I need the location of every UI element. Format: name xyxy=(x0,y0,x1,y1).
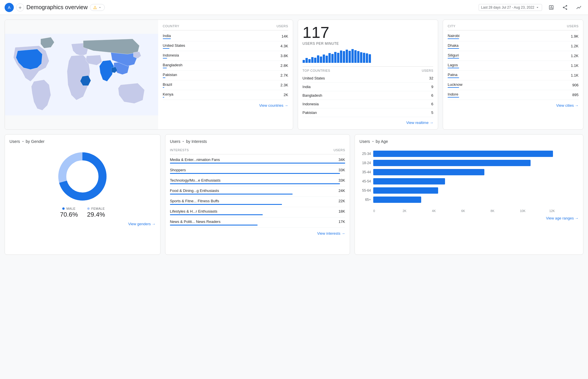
table-row[interactable]: India 14K xyxy=(163,32,288,41)
gender-donut xyxy=(9,151,156,202)
age-card: Users by Age 25-34 18-24 35-44 45-54 55-… xyxy=(355,134,583,255)
header-left: A ＋ Demographics overview xyxy=(5,3,479,12)
mini-bar xyxy=(303,60,305,63)
mini-bar xyxy=(334,52,336,63)
app-header: A ＋ Demographics overview Last 28 days J… xyxy=(0,0,588,15)
report-icon xyxy=(548,5,554,10)
date-range-selector[interactable]: Last 28 days Jul 27 - Aug 23, 2022 xyxy=(479,4,542,11)
table-row[interactable]: Pakistan 2.7K xyxy=(163,71,288,80)
table-row[interactable]: Pakistan 5 xyxy=(303,108,434,117)
axis-label: 2K xyxy=(403,209,432,213)
city-card: CITY USERS Nairobi 1.9K Dhaka 1.2K Silig… xyxy=(443,20,583,130)
bar-indicator xyxy=(163,38,171,39)
table-row[interactable]: India 9 xyxy=(303,83,434,91)
view-genders-link[interactable]: View genders → xyxy=(9,222,156,226)
table-row[interactable]: Bangladesh 2.8K xyxy=(163,61,288,71)
trend-button[interactable] xyxy=(574,3,583,12)
share-button[interactable] xyxy=(560,3,570,12)
axis-label: 0 xyxy=(373,209,403,213)
bar-indicator xyxy=(170,173,340,174)
add-button[interactable]: ＋ xyxy=(16,3,24,11)
view-countries-link[interactable]: View countries → xyxy=(163,103,288,108)
bar-indicator xyxy=(170,225,258,226)
mini-bar xyxy=(337,53,339,63)
table-row[interactable]: Kenya 2K xyxy=(163,90,288,100)
list-item[interactable]: Lifestyles & H...r Enthusiasts 18K xyxy=(170,207,345,217)
mini-bar xyxy=(308,59,311,63)
top-row: COUNTRY USERS India 14K United States 4.… xyxy=(5,20,583,130)
user-avatar[interactable]: A xyxy=(5,3,14,12)
list-item[interactable]: Food & Dining...g Enthusiasts 24K xyxy=(170,186,345,197)
view-realtime-link[interactable]: View realtime → xyxy=(303,120,434,125)
view-cities-link[interactable]: View cities → xyxy=(448,103,579,108)
list-item[interactable]: Sports & Fitne... Fitness Buffs 22K xyxy=(170,197,345,207)
mini-bar xyxy=(351,49,354,63)
bar-indicator xyxy=(170,204,282,205)
gender-legend: MALE 70.6% FEMALE 29.4% xyxy=(9,207,156,218)
gender-card: Users by Gender MALE xyxy=(5,134,160,255)
axis-label: 10K xyxy=(520,209,549,213)
mini-bar xyxy=(340,50,342,63)
main-content: COUNTRY USERS India 14K United States 4.… xyxy=(0,15,588,259)
mini-bar xyxy=(354,50,357,63)
report-button[interactable] xyxy=(547,3,556,12)
mini-bar xyxy=(360,52,362,63)
mini-bar xyxy=(320,57,322,63)
table-row[interactable]: Brazil 2.3K xyxy=(163,80,288,90)
header-right: Last 28 days Jul 27 - Aug 23, 2022 xyxy=(479,3,583,12)
table-row[interactable]: United States 32 xyxy=(303,74,434,83)
bar-indicator xyxy=(163,58,167,59)
female-percentage: 29.4% xyxy=(87,211,105,218)
list-item[interactable]: Shoppers 33K xyxy=(170,166,345,176)
mini-bar xyxy=(323,55,325,63)
table-row[interactable]: Siliguri 1.2K xyxy=(448,51,579,61)
age-row: 18-24 xyxy=(359,160,579,166)
dropdown-icon xyxy=(181,140,185,143)
table-row[interactable]: Dhaka 1.2K xyxy=(448,41,579,51)
table-row[interactable]: Indonesia 6 xyxy=(303,100,434,108)
axis-label: 12K xyxy=(549,209,579,213)
axis-label: 8K xyxy=(491,209,520,213)
table-row[interactable]: Nairobi 1.9K xyxy=(448,32,579,41)
axis-label: 4K xyxy=(432,209,461,213)
bar-indicator xyxy=(448,87,459,88)
bar-indicator xyxy=(163,97,164,98)
mini-bar xyxy=(326,56,328,63)
gender-donut-svg xyxy=(57,151,108,202)
warning-dropdown[interactable] xyxy=(90,4,105,11)
warning-icon xyxy=(93,5,97,9)
mini-bar xyxy=(314,58,316,63)
top-countries-header: TOP COUNTRIES USERS xyxy=(303,69,434,74)
list-item[interactable]: Technology/Mo...e Enthusiasts 33K xyxy=(170,176,345,186)
bar-indicator xyxy=(448,68,459,68)
bar-indicator xyxy=(448,48,459,49)
list-item[interactable]: News & Politi... News Readers 17K xyxy=(170,217,345,228)
interests-table-header: INTERESTS USERS xyxy=(170,148,345,154)
dropdown-icon xyxy=(371,140,375,143)
table-row[interactable]: Indonesia 3.8K xyxy=(163,51,288,61)
countries-table: COUNTRY USERS India 14K United States 4.… xyxy=(158,20,293,129)
view-interests-link[interactable]: View interests → xyxy=(170,231,345,236)
realtime-chart xyxy=(303,49,434,63)
interests-table-body: Media & Enter...nimation Fans 34K Shoppe… xyxy=(170,156,345,228)
chevron-down-icon xyxy=(535,5,539,9)
table-row[interactable]: Lagos 1.1K xyxy=(448,61,579,71)
table-row[interactable]: Indore 895 xyxy=(448,90,579,100)
view-age-link[interactable]: View age ranges → xyxy=(359,216,579,220)
mini-bar xyxy=(331,54,334,63)
city-table-body: Nairobi 1.9K Dhaka 1.2K Siliguri 1.2K La… xyxy=(448,32,579,100)
realtime-label: USERS PER MINUTE xyxy=(303,42,434,46)
table-row[interactable]: Patna 1.1K xyxy=(448,71,579,80)
mini-bar xyxy=(357,51,359,63)
mini-bar xyxy=(311,57,314,63)
world-map-svg xyxy=(5,20,158,129)
table-row[interactable]: United States 4.3K xyxy=(163,41,288,51)
table-row[interactable]: Bangladesh 6 xyxy=(303,91,434,100)
age-bar xyxy=(373,197,421,203)
chevron-down-icon xyxy=(98,6,102,9)
list-item[interactable]: Media & Enter...nimation Fans 34K xyxy=(170,156,345,166)
age-axis: 02K4K6K8K10K12K xyxy=(373,209,579,213)
table-row[interactable]: Lucknow 906 xyxy=(448,80,579,90)
mini-bar xyxy=(363,53,365,63)
bar-indicator xyxy=(163,87,164,88)
